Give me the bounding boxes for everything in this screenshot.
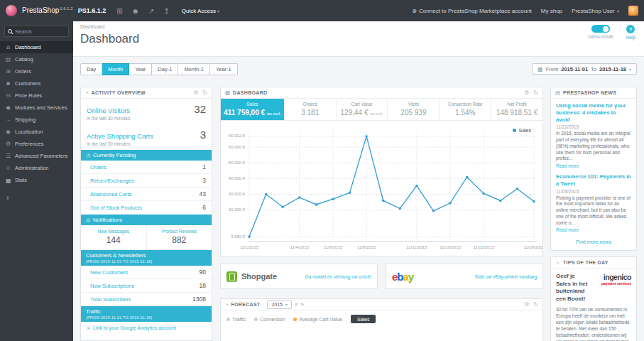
new-subscriptions-link[interactable]: New Subscriptions <box>90 283 134 289</box>
online-visitors-link[interactable]: Online Visitors <box>87 107 130 114</box>
help-icon[interactable]: ? <box>626 25 635 33</box>
kpi-conversion-rate[interactable]: Conversion Rate 1.54% <box>440 99 491 120</box>
forecast-legend-sales[interactable]: Sales <box>351 315 376 323</box>
google-analytics-link[interactable]: ∞ Link to your Google Analytics account <box>81 322 212 334</box>
refresh-icon[interactable]: ↻ <box>533 90 538 96</box>
x-axis-label: 11/8/2015 <box>357 245 376 249</box>
range-button-day-1[interactable]: Day-1 <box>152 63 178 75</box>
search-input[interactable] <box>15 28 65 35</box>
active-carts-link[interactable]: Active Shopping Carts <box>87 132 153 140</box>
shopgate-module[interactable]: Shopgate Ga mobiel en verhoog uw omzet <box>220 264 378 289</box>
person-icon[interactable]: ☻ <box>132 7 140 15</box>
sidebar-item-customers[interactable]: ☻ Customers <box>0 77 73 90</box>
pending-orders-row: Orders 1 <box>81 161 212 174</box>
pending-orders-link[interactable]: Orders <box>90 164 107 170</box>
forecast-legend-average-cart-value[interactable]: Average Cart Value <box>293 317 342 322</box>
date-range-picker[interactable]: ▦ From 2015-11-01 To 2015-11-18 ▾ <box>532 63 637 75</box>
forecast-legend-traffic[interactable]: Traffic <box>227 317 246 322</box>
range-button-year-1[interactable]: Year-1 <box>210 63 238 75</box>
help-control[interactable]: ? Help <box>626 25 635 40</box>
new-customers-link[interactable]: New Customers <box>90 269 128 276</box>
y-axis-label: 3 082 € <box>231 234 245 239</box>
kpi-sales[interactable]: Sales 411 759,00 € tax excl. <box>221 99 285 120</box>
find-more-news-link[interactable]: Find more news <box>556 237 631 249</box>
demo-mode-toggle[interactable] <box>591 25 610 33</box>
sidebar-item-modules-and-services[interactable]: ◆ Modules and Services <box>0 102 73 114</box>
range-button-day[interactable]: Day <box>80 63 102 75</box>
panel-title: DASHBOARD <box>233 90 267 95</box>
customers-newsletters-header: Customers & Newsletters (FROM 2015-11-01… <box>81 250 212 266</box>
caret-down-icon: ▾ <box>629 67 631 72</box>
active-carts-sub: in the last 30 minutes <box>81 141 212 150</box>
legend-label: Traffic <box>232 317 246 322</box>
sidebar-item-preferences[interactable]: ⚙ Preferences <box>0 138 73 150</box>
sidebar-item-stats[interactable]: ▅ Stats <box>0 174 73 186</box>
sidebar-search[interactable] <box>4 26 69 37</box>
sidebar-item-localization[interactable]: ◉ Localization <box>0 126 73 138</box>
previous-year-icon[interactable]: « <box>295 301 298 308</box>
new-messages-label: New Messages <box>82 229 145 234</box>
sidebar-item-shipping[interactable]: → Shipping <box>0 114 73 126</box>
sidebar-item-price-rules[interactable]: % Price Rules <box>0 90 73 102</box>
kpi-net-profit[interactable]: Net Profit 148 918,51 € <box>491 99 542 120</box>
out-of-stock-link[interactable]: Out of Stock Products <box>90 205 142 211</box>
user-menu-label: PrestaShop User <box>572 8 615 14</box>
range-button-month-1[interactable]: Month-1 <box>178 63 210 75</box>
quick-access-menu[interactable]: Quick Access ▾ <box>182 8 219 14</box>
new-subscriptions-value: 18 <box>200 282 206 289</box>
sidebar-item-catalog[interactable]: ▤ Catalog <box>0 53 73 65</box>
kpi-orders[interactable]: Orders 3 181 <box>285 99 337 120</box>
refresh-icon[interactable]: ↻ <box>202 90 207 96</box>
panel-title: PRESTASHOP NEWS <box>563 90 616 95</box>
sidebar-item-advanced-parameters[interactable]: ☰ Advanced Parameters <box>0 150 73 162</box>
total-subscribers-link[interactable]: Total Subscribers <box>90 296 131 303</box>
user-menu[interactable]: PrestaShop User ▾ <box>572 8 619 14</box>
ebay-link[interactable]: Start uw eBay-winkel vandaag <box>475 274 537 279</box>
product-reviews-cell[interactable]: Product Reviews 882 <box>147 225 212 249</box>
gear-icon[interactable]: ⚙ <box>193 90 198 96</box>
cart-icon[interactable]: ⊞ <box>116 7 122 15</box>
read-more-link[interactable]: Read more <box>556 163 631 168</box>
gear-icon[interactable]: ⚙ <box>524 90 529 96</box>
out-of-stock-row: Out of Stock Products 6 <box>81 201 212 215</box>
to-date: 2015-11-18 <box>599 66 626 72</box>
news-article-date: 11/05/2015 <box>556 189 631 194</box>
sidebar-item-label: Price Rules <box>15 92 42 99</box>
rocket-icon[interactable]: ↥ <box>163 7 169 15</box>
news-article-title[interactable]: Ecommerce 101: Payments in a Tweet <box>556 173 631 188</box>
marketplace-link[interactable]: ⊕ Connect to PrestaShop Marketplace acco… <box>412 8 531 14</box>
forecast-year-select[interactable]: 2015 ▾ <box>267 301 292 309</box>
kpi-visits[interactable]: Visits 205 939 <box>388 99 440 120</box>
x-axis-label: 11/6/2015 <box>324 245 342 249</box>
section-title: Traffic <box>86 308 100 315</box>
sidebar-item-label: Customers <box>15 80 40 87</box>
sidebar-collapse-icon[interactable]: ‖ <box>0 195 73 201</box>
new-messages-cell[interactable]: New Messages 144 <box>81 225 147 249</box>
my-shop-link[interactable]: My shop <box>541 8 562 14</box>
sidebar-item-administration[interactable]: ☺ Administration <box>0 162 73 174</box>
shopgate-name: Shopgate <box>241 272 277 281</box>
user-avatar[interactable] <box>628 6 638 16</box>
sales-chart-plot[interactable]: Sales <box>248 126 537 244</box>
returns-link[interactable]: Return/Exchanges <box>90 178 134 184</box>
sidebar-item-orders[interactable]: ⊞ Orders <box>0 65 73 77</box>
news-article-title[interactable]: Using social media for your business: 4 … <box>556 102 631 123</box>
abandoned-carts-link[interactable]: Abandoned Carts <box>90 191 131 197</box>
ebay-module[interactable]: ebay Start uw eBay-winkel vandaag <box>386 264 543 289</box>
forecast-legend-conversion[interactable]: Conversion <box>254 317 285 322</box>
gear-icon[interactable]: ⚙ <box>524 301 529 308</box>
kpi-cart-value[interactable]: Cart Value 129,44 € tax excl. <box>337 99 388 120</box>
x-axis-label: 11/11/2015 <box>406 245 427 249</box>
refresh-icon[interactable]: ↻ <box>533 301 538 308</box>
sidebar-item-dashboard[interactable]: ⌂ Dashboard <box>0 41 73 53</box>
trend-icon[interactable]: ↗ <box>148 7 154 15</box>
read-more-link[interactable]: Read more <box>556 227 631 232</box>
next-year-icon[interactable]: » <box>300 301 303 308</box>
range-button-year[interactable]: Year <box>129 63 152 75</box>
sales-legend-dot <box>513 129 516 132</box>
y-axis-label: 30 000 € <box>229 192 245 196</box>
sales-chart-svg <box>248 126 537 244</box>
shopgate-link[interactable]: Ga mobiel en verhoog uw omzet <box>305 274 371 279</box>
prestashop-logo[interactable] <box>6 5 17 16</box>
range-button-month[interactable]: Month <box>102 63 129 75</box>
